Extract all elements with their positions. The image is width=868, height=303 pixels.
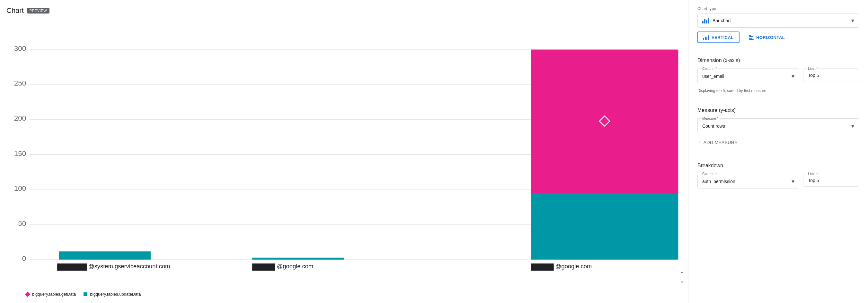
dimension-hint: Displaying top 5, sorted by first measur… xyxy=(698,88,859,93)
horizontal-bar-icon xyxy=(749,35,754,40)
x-label-3: @google.com xyxy=(555,263,592,270)
chart-header: Chart PREVIEW xyxy=(6,6,688,15)
chart-type-dropdown-icon: ▾ xyxy=(851,17,854,24)
breakdown-limit-label: Limit * xyxy=(807,172,819,175)
breakdown-limit-select[interactable]: Top 5 xyxy=(808,178,854,183)
dimension-column-field[interactable]: Column * user_email ▾ xyxy=(698,68,799,83)
breakdown-section-title: Breakdown xyxy=(698,163,859,169)
chart-type-inner: Bar chart xyxy=(702,18,731,24)
x-label-1-redacted xyxy=(57,264,87,271)
measure-dropdown-icon: ▾ xyxy=(851,122,854,130)
x-label-1: @system.gserviceaccount.com xyxy=(88,263,170,270)
legend-square-icon xyxy=(84,293,87,296)
bar-3-getdata xyxy=(531,50,678,193)
measure-section: Measure (y-axis) Measure * Count rows ▾ … xyxy=(698,107,859,148)
divider-2 xyxy=(698,101,859,101)
measure-value: Count rows xyxy=(702,123,725,129)
svg-text:100: 100 xyxy=(14,184,26,192)
x-label-2: @google.com xyxy=(277,263,313,270)
divider-3 xyxy=(698,156,859,156)
chart-container: 0 50 100 150 200 250 300 xyxy=(6,21,688,297)
breakdown-column-dropdown-icon: ▾ xyxy=(792,178,795,185)
chart-title: Chart xyxy=(6,6,24,15)
dimension-row: Column * user_email ▾ Limit * Top 5 xyxy=(698,68,859,86)
svg-text:0: 0 xyxy=(22,254,26,263)
dimension-limit-label: Limit * xyxy=(807,66,819,71)
collapse-up-icon: ⌃ xyxy=(679,271,685,277)
measure-select[interactable]: Count rows ▾ xyxy=(702,122,854,130)
svg-text:150: 150 xyxy=(14,149,26,158)
bar-3-updatedata xyxy=(531,193,678,259)
bar-chart-icon xyxy=(702,18,709,24)
chart-type-label: Chart type xyxy=(698,6,859,11)
preview-badge: PREVIEW xyxy=(27,8,50,13)
breakdown-column-label: Column * xyxy=(701,172,718,175)
chart-legend: bigquery.tables.getData bigquery.tables.… xyxy=(6,288,688,297)
chart-type-section: Chart type Bar chart ▾ xyxy=(698,6,859,43)
breakdown-column-select[interactable]: auth_permission ▾ xyxy=(702,178,795,185)
dimension-limit-select[interactable]: Top 5 xyxy=(808,73,854,78)
right-panel: Chart type Bar chart ▾ xyxy=(688,0,868,303)
bar-2-updatedata xyxy=(252,258,344,259)
dimension-column-label: Column * xyxy=(701,66,718,71)
svg-text:50: 50 xyxy=(18,219,26,227)
dimension-section-title: Dimension (x-axis) xyxy=(698,58,859,63)
breakdown-section: Breakdown Column * auth_permission ▾ Lim… xyxy=(698,163,859,192)
vertical-orientation-button[interactable]: VERTICAL xyxy=(698,31,740,43)
dimension-column-select[interactable]: user_email ▾ xyxy=(702,73,795,80)
divider-1 xyxy=(698,51,859,51)
dimension-column-dropdown-icon: ▾ xyxy=(792,73,795,80)
chart-svg: 0 50 100 150 200 250 300 xyxy=(6,21,688,288)
breakdown-limit-value: Top 5 xyxy=(808,178,819,183)
svg-text:250: 250 xyxy=(14,79,26,87)
legend-item-getdata: bigquery.tables.getData xyxy=(26,292,76,297)
measure-label: Measure * xyxy=(701,116,720,120)
x-label-2-redacted xyxy=(252,264,275,271)
legend-getdata-label: bigquery.tables.getData xyxy=(32,292,76,297)
add-measure-button[interactable]: + ADD MEASURE xyxy=(698,136,859,148)
legend-updatedata-label: bigquery.tables.updateData xyxy=(90,292,141,297)
svg-text:200: 200 xyxy=(14,114,26,122)
vertical-label: VERTICAL xyxy=(712,35,734,40)
svg-text:300: 300 xyxy=(14,45,26,52)
chart-type-value: Bar chart xyxy=(713,18,731,23)
chart-area: Chart PREVIEW 0 50 100 xyxy=(0,0,688,303)
measure-field[interactable]: Measure * Count rows ▾ xyxy=(698,118,859,133)
breakdown-limit-field[interactable]: Limit * Top 5 xyxy=(803,174,859,187)
dimension-limit-value: Top 5 xyxy=(808,73,819,78)
breakdown-row: Column * auth_permission ▾ Limit * Top 5 xyxy=(698,174,859,192)
vertical-bar-icon xyxy=(703,35,709,40)
measure-section-title: Measure (y-axis) xyxy=(698,107,859,113)
horizontal-label: HORIZONTAL xyxy=(756,35,785,40)
orientation-buttons: VERTICAL HORIZONTAL xyxy=(698,31,859,43)
horizontal-orientation-button[interactable]: HORIZONTAL xyxy=(743,31,790,43)
x-label-3-redacted xyxy=(531,264,554,271)
dimension-section: Dimension (x-axis) Column * user_email ▾… xyxy=(698,58,859,93)
chart-svg-wrapper: 0 50 100 150 200 250 300 xyxy=(6,21,688,288)
legend-item-updatedata: bigquery.tables.updateData xyxy=(84,292,141,297)
collapse-down-icon: ⌄ xyxy=(679,277,685,284)
legend-diamond-icon xyxy=(25,292,31,297)
breakdown-column-field[interactable]: Column * auth_permission ▾ xyxy=(698,174,799,189)
dimension-limit-field[interactable]: Limit * Top 5 xyxy=(803,68,859,81)
add-measure-plus-icon: + xyxy=(698,139,701,146)
breakdown-column-value: auth_permission xyxy=(702,179,735,184)
bar-1-updatedata xyxy=(59,251,151,259)
collapse-button[interactable]: ⌃ ⌄ xyxy=(679,271,685,284)
add-measure-label: ADD MEASURE xyxy=(704,140,738,145)
dimension-column-value: user_email xyxy=(702,74,724,79)
chart-type-select[interactable]: Bar chart ▾ xyxy=(698,13,859,28)
